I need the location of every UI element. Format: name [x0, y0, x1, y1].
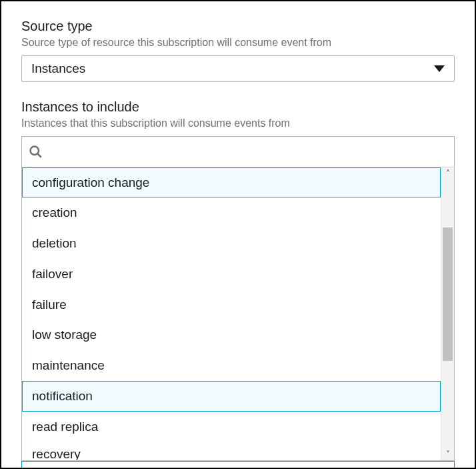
- source-type-desc: Source type of resource this subscriptio…: [21, 36, 455, 50]
- source-type-select[interactable]: Instances: [21, 55, 455, 82]
- scroll-down-icon[interactable]: ˅: [446, 448, 450, 460]
- list-item[interactable]: creation: [22, 197, 441, 228]
- instances-label: Instances to include: [21, 98, 455, 115]
- instances-group: Instances to include Instances that this…: [21, 98, 455, 469]
- list-item[interactable]: recovery: [22, 442, 441, 460]
- scroll-up-icon[interactable]: ˄: [446, 167, 450, 179]
- list-item[interactable]: maintenance: [22, 350, 441, 381]
- options-list: configuration changecreationdeletionfail…: [22, 167, 441, 461]
- list-item[interactable]: deletion: [22, 228, 441, 259]
- scrollbar[interactable]: ˄ ˅: [441, 167, 454, 461]
- source-type-group: Source type Source type of resource this…: [21, 17, 455, 82]
- instances-desc: Instances that this subscription will co…: [21, 117, 455, 131]
- svg-line-1: [38, 154, 41, 157]
- list-item[interactable]: configuration change: [22, 167, 441, 198]
- source-type-label: Source type: [21, 17, 455, 35]
- list-item[interactable]: failover: [22, 259, 441, 290]
- source-type-value: Instances: [31, 61, 85, 76]
- chevron-down-icon: [434, 65, 445, 72]
- search-row: [22, 137, 454, 167]
- search-icon: [29, 145, 42, 158]
- scroll-track[interactable]: [441, 179, 454, 449]
- search-input[interactable]: [46, 145, 447, 159]
- list-item[interactable]: notification: [22, 381, 441, 412]
- svg-point-0: [31, 147, 39, 155]
- list-item[interactable]: low storage: [22, 320, 441, 350]
- scroll-thumb[interactable]: [443, 227, 453, 361]
- event-categories-select[interactable]: select event categories: [21, 461, 455, 469]
- list-item[interactable]: failure: [22, 290, 441, 320]
- form-panel: Source type Source type of resource this…: [0, 0, 476, 469]
- list-item[interactable]: read replica: [22, 412, 441, 442]
- instances-multiselect: configuration changecreationdeletionfail…: [21, 136, 455, 462]
- options-list-wrap: configuration changecreationdeletionfail…: [22, 167, 454, 461]
